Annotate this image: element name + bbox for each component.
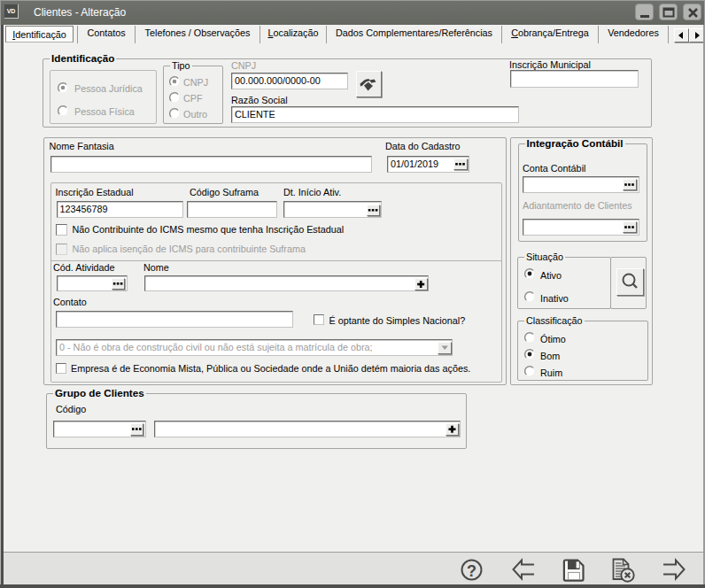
svg-text:?: ? [467,562,476,580]
